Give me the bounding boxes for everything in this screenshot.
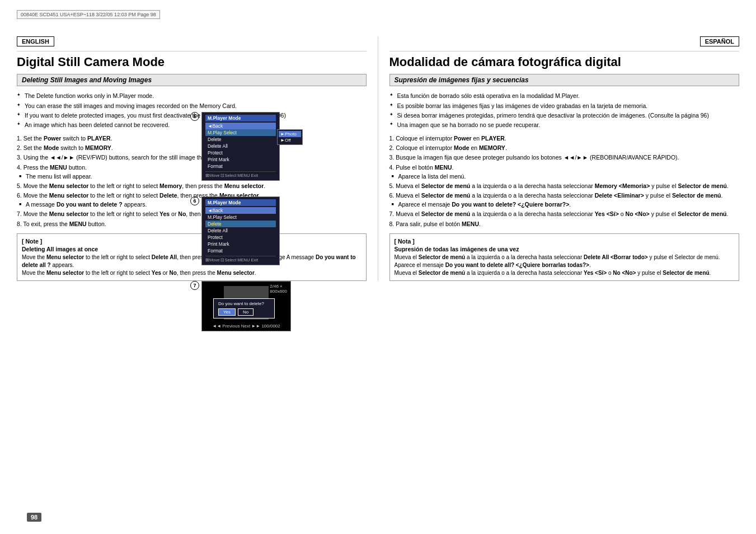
note-subtitle-right: Supresión de todas las imágenes de una v… [395, 245, 735, 254]
menu-item-back-6: ◄Back [205, 207, 276, 214]
sub-step-r: Aparece la lista del menú. [389, 172, 740, 180]
lang-badge-espanol: ESPAÑOL [700, 36, 739, 46]
menu-item-mplay-6: M.Play Select [205, 214, 276, 221]
menu-item-printmark: Print Mark [205, 156, 276, 163]
viewer-info: 2/46 ×800x600 [270, 284, 287, 294]
menu-item-deleteall: Delete All [205, 143, 276, 149]
diagrams-area: 5 M.Player Mode ◄Back M.Play Select Dele… [190, 112, 291, 343]
menu-item-delete: Delete [205, 136, 276, 143]
numbered-list-right: 1. Coloque el interruptor Power en PLAYE… [389, 134, 740, 228]
menu-item-format: Format [205, 163, 276, 170]
viewer-screenshot: 2/46 ×800x600 ◄◄ Previous Next ►► 100/00… [201, 281, 291, 331]
menu-item-printmark-6: Print Mark [205, 241, 276, 247]
sub-step-r: Aparece el mensaje Do you want to delete… [389, 200, 740, 208]
camera-mode-title-left: Digital Still Camera Mode [17, 55, 367, 69]
diagram-row-7: 7 2/46 ×800x600 ◄◄ Previous Next ►► 100/… [190, 281, 291, 336]
step-item-r: 2. Coloque el interruptor Mode en MEMORY… [389, 144, 740, 152]
menu-screenshot-6: M.Player Mode ◄Back M.Play Select Delete… [201, 196, 280, 265]
submenu-photo: ►Photo [279, 131, 301, 137]
bullet-list-right: Esta función de borrado sólo está operat… [389, 92, 740, 129]
viewer-area: 2/46 ×800x600 ◄◄ Previous Next ►► 100/00… [201, 281, 291, 336]
top-divider-left [17, 51, 367, 51]
right-column: ESPAÑOL Modalidad de cámara fotográfica … [378, 36, 740, 281]
step-item-r: 6. Mueva el Selector de menú a la izquie… [389, 191, 740, 208]
page-number: 98 [27, 513, 41, 522]
menu-item-back: ◄Back [205, 123, 276, 129]
bullet-item: The Delete function works only in M.Play… [17, 92, 367, 100]
step-item-r: 1. Coloque el interruptor Power en PLAYE… [389, 134, 740, 142]
bullet-item-r: Una imagen que se ha borrado no se puede… [389, 121, 740, 129]
viewer-nav: ◄◄ Previous Next ►► 100/0002 [212, 324, 280, 329]
step-item-r: 4. Pulse el botón MENU. Aparece la lista… [389, 163, 740, 180]
step-item-r: 7. Mueva el Selector de menú a la izquie… [389, 210, 740, 218]
bullet-item-r: Si desea borrar imágenes protegidas, pri… [389, 111, 740, 119]
step-item-r: 3. Busque la imagen fija que desee prote… [389, 153, 740, 161]
delete-dialog: Do you want to delete? Yes No [213, 298, 275, 318]
note-box-right: [ Nota ] Supresión de todas las imágenes… [389, 233, 740, 281]
submenu-5: ►Photo ►Off [277, 129, 303, 145]
note-title-right: [ Nota ] [395, 237, 735, 246]
menu-screenshot-5: M.Player Mode ◄Back M.Play Select Delete… [201, 112, 280, 181]
circle-6: 6 [190, 196, 199, 205]
content-wrapper: ENGLISH Digital Still Camera Mode Deleti… [17, 36, 739, 281]
menu-item-mplay: M.Play Select [205, 129, 276, 136]
submenu-off: ►Off [279, 137, 301, 143]
diagram-row-6: 6 M.Player Mode ◄Back M.Play Select Dele… [190, 196, 291, 270]
file-info: 00840E SCD451 USA+ESP~118 3/22/05 12:03 … [17, 10, 160, 19]
section-heading-right: Supresión de imágenes fijas y secuencias [389, 74, 740, 86]
diagram-row-5: 5 M.Player Mode ◄Back M.Play Select Dele… [190, 112, 291, 185]
dialog-no-button[interactable]: No [238, 308, 253, 316]
menu-footer-6: ⊠Move ⊡Select MENU Exit [205, 256, 276, 263]
bullet-item-r: Es posible borrar las imágenes fijas y l… [389, 102, 740, 110]
bullet-item: You can erase the still images and movin… [17, 102, 367, 110]
dialog-buttons: Yes No [218, 308, 270, 316]
page-container: 00840E SCD451 USA+ESP~118 3/22/05 12:03 … [0, 0, 756, 534]
menu-item-format-6: Format [205, 247, 276, 254]
circle-5: 5 [190, 112, 199, 121]
camera-mode-title-right: Modalidad de cámara fotográfica digital [389, 55, 740, 69]
menu-item-protect: Protect [205, 149, 276, 156]
menu-title-5: M.Player Mode [205, 115, 276, 121]
circle-7: 7 [190, 281, 199, 290]
lang-badge-english: ENGLISH [17, 36, 54, 46]
bullet-item-r: Esta función de borrado sólo está operat… [389, 92, 740, 100]
step-item-r: 5. Mueva el Selector de menú a la izquie… [389, 182, 740, 190]
top-divider-right [389, 51, 740, 51]
step-item-r: 8. Para salir, pulse el botón MENU. [389, 220, 740, 228]
menu-title-6: M.Player Mode [205, 199, 276, 206]
menu-item-deleteall-6: Delete All [205, 227, 276, 234]
menu-item-protect-6: Protect [205, 234, 276, 241]
menu-footer-5: ⊠Move ⊡Select MENU Exit [205, 171, 276, 178]
section-heading-left: Deleting Still Images and Moving Images [17, 74, 367, 86]
menu-item-delete-6: Delete [205, 221, 276, 227]
dialog-yes-button[interactable]: Yes [218, 308, 236, 316]
dialog-text: Do you want to delete? [218, 301, 270, 306]
note-text-right: Mueva el Selector de menú a la izquierda… [395, 254, 735, 277]
